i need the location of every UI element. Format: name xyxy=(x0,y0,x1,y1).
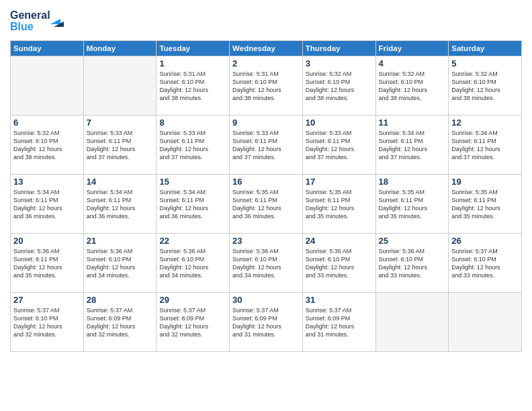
day-info: Sunrise: 5:37 AM Sunset: 6:09 PM Dayligh… xyxy=(232,306,300,339)
calendar-cell: 12Sunrise: 5:34 AM Sunset: 6:11 PM Dayli… xyxy=(449,116,522,175)
calendar-cell: 29Sunrise: 5:37 AM Sunset: 6:09 PM Dayli… xyxy=(157,293,230,352)
day-number: 5 xyxy=(451,58,519,68)
week-row-4: 20Sunrise: 5:36 AM Sunset: 6:11 PM Dayli… xyxy=(11,234,522,293)
calendar-cell: 7Sunrise: 5:33 AM Sunset: 6:11 PM Daylig… xyxy=(83,116,157,175)
day-info: Sunrise: 5:33 AM Sunset: 6:11 PM Dayligh… xyxy=(306,129,373,162)
day-number: 14 xyxy=(87,177,154,187)
calendar-cell: 16Sunrise: 5:35 AM Sunset: 6:11 PM Dayli… xyxy=(230,175,303,234)
day-number: 27 xyxy=(13,295,81,305)
day-number: 22 xyxy=(159,236,226,246)
day-number: 20 xyxy=(13,236,81,246)
day-number: 24 xyxy=(306,236,373,246)
day-info: Sunrise: 5:36 AM Sunset: 6:10 PM Dayligh… xyxy=(87,247,154,280)
calendar-cell: 27Sunrise: 5:37 AM Sunset: 6:10 PM Dayli… xyxy=(11,293,84,352)
day-info: Sunrise: 5:34 AM Sunset: 6:11 PM Dayligh… xyxy=(379,129,446,162)
day-info: Sunrise: 5:37 AM Sunset: 6:10 PM Dayligh… xyxy=(13,306,81,339)
day-info: Sunrise: 5:31 AM Sunset: 6:10 PM Dayligh… xyxy=(159,70,226,103)
day-number: 15 xyxy=(159,177,226,187)
day-number: 18 xyxy=(379,177,446,187)
day-info: Sunrise: 5:35 AM Sunset: 6:11 PM Dayligh… xyxy=(451,188,519,221)
day-info: Sunrise: 5:32 AM Sunset: 6:10 PM Dayligh… xyxy=(13,129,81,162)
calendar-cell: 25Sunrise: 5:36 AM Sunset: 6:10 PM Dayli… xyxy=(375,234,449,293)
day-info: Sunrise: 5:31 AM Sunset: 6:10 PM Dayligh… xyxy=(232,70,300,103)
day-info: Sunrise: 5:32 AM Sunset: 6:10 PM Dayligh… xyxy=(451,70,519,103)
day-number: 13 xyxy=(13,177,81,187)
day-info: Sunrise: 5:35 AM Sunset: 6:11 PM Dayligh… xyxy=(232,188,300,221)
weekday-header-saturday: Saturday xyxy=(449,41,522,56)
weekday-header-monday: Monday xyxy=(83,41,157,56)
day-info: Sunrise: 5:35 AM Sunset: 6:11 PM Dayligh… xyxy=(379,188,446,221)
calendar-cell: 28Sunrise: 5:37 AM Sunset: 6:09 PM Dayli… xyxy=(83,293,157,352)
calendar-cell: 13Sunrise: 5:34 AM Sunset: 6:11 PM Dayli… xyxy=(11,175,84,234)
day-info: Sunrise: 5:36 AM Sunset: 6:10 PM Dayligh… xyxy=(306,247,373,280)
week-row-1: 1Sunrise: 5:31 AM Sunset: 6:10 PM Daylig… xyxy=(11,56,522,116)
calendar-table: SundayMondayTuesdayWednesdayThursdayFrid… xyxy=(10,40,522,352)
calendar-cell: 19Sunrise: 5:35 AM Sunset: 6:11 PM Dayli… xyxy=(449,175,522,234)
calendar-cell: 26Sunrise: 5:37 AM Sunset: 6:10 PM Dayli… xyxy=(449,234,522,293)
day-number: 3 xyxy=(306,58,373,68)
calendar-cell: 6Sunrise: 5:32 AM Sunset: 6:10 PM Daylig… xyxy=(11,116,84,175)
week-row-3: 13Sunrise: 5:34 AM Sunset: 6:11 PM Dayli… xyxy=(11,175,522,234)
calendar-cell: 17Sunrise: 5:35 AM Sunset: 6:11 PM Dayli… xyxy=(302,175,375,234)
calendar-cell: 20Sunrise: 5:36 AM Sunset: 6:11 PM Dayli… xyxy=(11,234,84,293)
weekday-header-friday: Friday xyxy=(375,41,449,56)
day-info: Sunrise: 5:34 AM Sunset: 6:11 PM Dayligh… xyxy=(451,129,519,162)
day-info: Sunrise: 5:36 AM Sunset: 6:10 PM Dayligh… xyxy=(159,247,226,280)
weekday-header-sunday: Sunday xyxy=(11,41,84,56)
svg-text:Blue: Blue xyxy=(10,21,34,32)
day-number: 21 xyxy=(87,236,154,246)
day-number: 23 xyxy=(232,236,300,246)
day-number: 6 xyxy=(13,118,81,128)
calendar-cell: 30Sunrise: 5:37 AM Sunset: 6:09 PM Dayli… xyxy=(230,293,303,352)
day-info: Sunrise: 5:34 AM Sunset: 6:11 PM Dayligh… xyxy=(87,188,154,221)
calendar-cell: 22Sunrise: 5:36 AM Sunset: 6:10 PM Dayli… xyxy=(157,234,230,293)
day-info: Sunrise: 5:32 AM Sunset: 6:10 PM Dayligh… xyxy=(379,70,446,103)
day-info: Sunrise: 5:37 AM Sunset: 6:09 PM Dayligh… xyxy=(87,306,154,339)
day-number: 2 xyxy=(232,58,300,68)
calendar-cell xyxy=(11,56,84,116)
day-number: 25 xyxy=(379,236,446,246)
calendar-cell: 9Sunrise: 5:33 AM Sunset: 6:11 PM Daylig… xyxy=(230,116,303,175)
day-info: Sunrise: 5:35 AM Sunset: 6:11 PM Dayligh… xyxy=(306,188,373,221)
day-info: Sunrise: 5:36 AM Sunset: 6:10 PM Dayligh… xyxy=(232,247,300,280)
calendar-cell: 8Sunrise: 5:33 AM Sunset: 6:11 PM Daylig… xyxy=(157,116,230,175)
day-info: Sunrise: 5:32 AM Sunset: 6:10 PM Dayligh… xyxy=(306,70,373,103)
day-number: 26 xyxy=(451,236,519,246)
weekday-header-row: SundayMondayTuesdayWednesdayThursdayFrid… xyxy=(11,41,522,56)
week-row-5: 27Sunrise: 5:37 AM Sunset: 6:10 PM Dayli… xyxy=(11,293,522,352)
calendar-cell xyxy=(375,293,449,352)
day-number: 7 xyxy=(87,118,154,128)
header: General Blue xyxy=(10,7,522,36)
day-number: 8 xyxy=(159,118,226,128)
page: General Blue SundayMondayTuesdayWednesda… xyxy=(0,0,532,359)
day-info: Sunrise: 5:37 AM Sunset: 6:09 PM Dayligh… xyxy=(306,306,373,339)
calendar-cell xyxy=(83,56,157,116)
day-number: 16 xyxy=(232,177,300,187)
calendar-cell: 5Sunrise: 5:32 AM Sunset: 6:10 PM Daylig… xyxy=(449,56,522,116)
weekday-header-wednesday: Wednesday xyxy=(230,41,303,56)
day-info: Sunrise: 5:34 AM Sunset: 6:11 PM Dayligh… xyxy=(13,188,81,221)
calendar-cell: 24Sunrise: 5:36 AM Sunset: 6:10 PM Dayli… xyxy=(302,234,375,293)
day-number: 4 xyxy=(379,58,446,68)
day-info: Sunrise: 5:36 AM Sunset: 6:11 PM Dayligh… xyxy=(13,247,81,280)
calendar-cell: 21Sunrise: 5:36 AM Sunset: 6:10 PM Dayli… xyxy=(83,234,157,293)
day-number: 17 xyxy=(306,177,373,187)
calendar-cell: 1Sunrise: 5:31 AM Sunset: 6:10 PM Daylig… xyxy=(157,56,230,116)
calendar-cell: 11Sunrise: 5:34 AM Sunset: 6:11 PM Dayli… xyxy=(375,116,449,175)
day-number: 1 xyxy=(159,58,226,68)
day-info: Sunrise: 5:34 AM Sunset: 6:11 PM Dayligh… xyxy=(159,188,226,221)
day-number: 30 xyxy=(232,295,300,305)
day-number: 19 xyxy=(451,177,519,187)
day-info: Sunrise: 5:33 AM Sunset: 6:11 PM Dayligh… xyxy=(87,129,154,162)
calendar-cell: 23Sunrise: 5:36 AM Sunset: 6:10 PM Dayli… xyxy=(230,234,303,293)
weekday-header-thursday: Thursday xyxy=(302,41,375,56)
weekday-header-tuesday: Tuesday xyxy=(157,41,230,56)
calendar-cell: 18Sunrise: 5:35 AM Sunset: 6:11 PM Dayli… xyxy=(375,175,449,234)
svg-text:General: General xyxy=(10,9,50,21)
svg-marker-2 xyxy=(50,19,60,24)
day-number: 12 xyxy=(451,118,519,128)
calendar-cell: 31Sunrise: 5:37 AM Sunset: 6:09 PM Dayli… xyxy=(302,293,375,352)
day-number: 10 xyxy=(306,118,373,128)
calendar-cell: 15Sunrise: 5:34 AM Sunset: 6:11 PM Dayli… xyxy=(157,175,230,234)
day-info: Sunrise: 5:36 AM Sunset: 6:10 PM Dayligh… xyxy=(379,247,446,280)
